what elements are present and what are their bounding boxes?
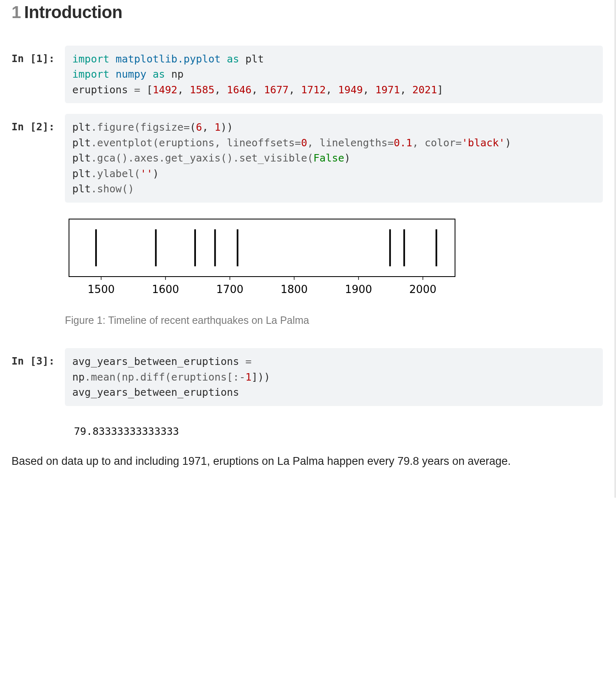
x-tick-label: 2000 [409, 283, 437, 295]
x-tick-label: 1900 [345, 283, 372, 295]
code-input[interactable]: plt.figure(figsize=(6, 1)) plt.eventplot… [65, 114, 603, 203]
figure-output: 150016001700180019002000 Figure 1: Timel… [65, 215, 603, 328]
x-tick-label: 1700 [216, 283, 244, 295]
code-cell-3: In [3]: avg_years_between_eruptions = np… [11, 348, 603, 406]
code-input[interactable]: avg_years_between_eruptions = np.mean(np… [65, 348, 603, 406]
x-tick-label: 1600 [152, 283, 179, 295]
section-title-text: Introduction [24, 2, 122, 22]
x-tick-label: 1500 [87, 283, 115, 295]
cell-prompt: In [3]: [11, 348, 65, 369]
svg-rect-0 [69, 219, 455, 277]
prose-paragraph: Based on data up to and including 1971, … [11, 453, 603, 470]
output-text: 79.83333333333333 [65, 417, 603, 442]
cell-prompt: In [1]: [11, 46, 65, 66]
figure-caption: Figure 1: Timeline of recent earthquakes… [65, 313, 603, 328]
section-heading: 1Introduction [11, 0, 603, 25]
code-input[interactable]: import matplotlib.pyplot as plt import n… [65, 46, 603, 104]
code-cell-1: In [1]: import matplotlib.pyplot as plt … [11, 46, 603, 104]
code-cell-2: In [2]: plt.figure(figsize=(6, 1)) plt.e… [11, 114, 603, 203]
eventplot-chart: 150016001700180019002000 [65, 215, 459, 301]
x-tick-label: 1800 [280, 283, 308, 295]
cell-output: 79.83333333333333 [65, 417, 603, 442]
cell-prompt: In [2]: [11, 114, 65, 134]
section-number: 1 [11, 2, 21, 22]
